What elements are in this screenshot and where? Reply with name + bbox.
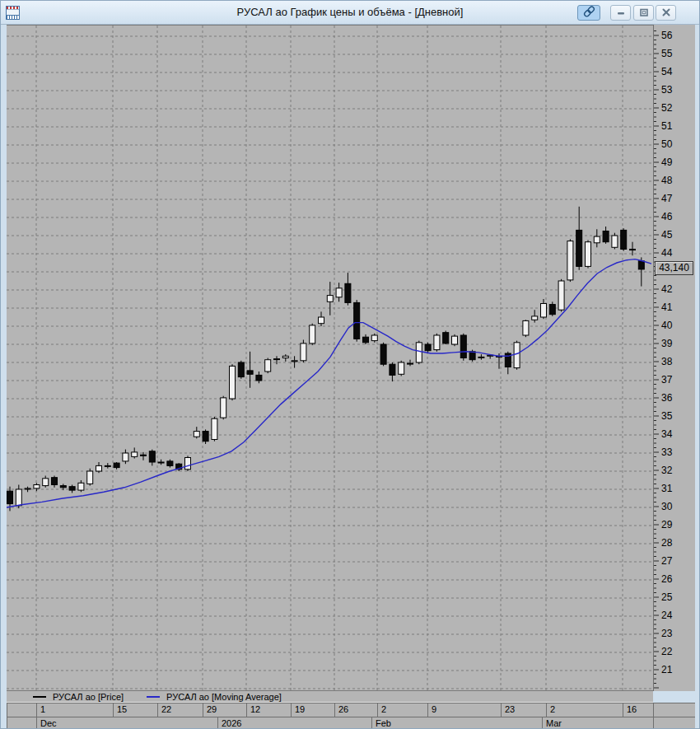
day-cell	[653, 703, 695, 717]
month-cell	[7, 717, 36, 729]
y-axis-label: 35	[661, 410, 673, 422]
candle	[167, 460, 173, 468]
y-axis-label: 23	[661, 628, 673, 639]
candle	[576, 207, 582, 270]
day-cell: 23	[501, 703, 546, 717]
y-axis-label: 24	[661, 610, 673, 621]
y-axis-label: 51	[661, 120, 673, 132]
window-left-edge	[1, 25, 7, 729]
price-series-label: РУСАЛ ао [Price]	[53, 692, 124, 702]
y-axis-label: 44	[661, 247, 673, 259]
candle	[425, 343, 431, 353]
y-axis-label: 36	[661, 392, 673, 404]
candle	[380, 343, 386, 367]
candle	[132, 447, 138, 458]
candle	[532, 310, 538, 322]
month-cell: Feb	[371, 717, 542, 729]
date-axis-months[interactable]: Dec2026FebMar	[7, 717, 695, 729]
candle	[523, 320, 529, 337]
link-button[interactable]	[577, 5, 600, 21]
title-bar[interactable]: РУСАЛ ао График цены и объёма - [Дневной…	[1, 1, 699, 25]
ma-series-swatch	[147, 696, 160, 698]
candle	[123, 450, 128, 465]
candle	[114, 462, 119, 470]
chart-legend: РУСАЛ ао [Price] РУСАЛ ао [Moving Averag…	[7, 691, 653, 703]
window-right-edge	[695, 25, 700, 729]
candle	[310, 324, 315, 345]
price-axis[interactable]: 2122232425262728293031323334353637383940…	[653, 25, 695, 691]
minimize-button[interactable]	[610, 5, 631, 21]
candle	[371, 334, 377, 343]
y-axis-label: 41	[661, 301, 673, 313]
price-chart-plot[interactable]	[7, 25, 653, 691]
y-axis-label: 34	[661, 428, 673, 440]
candle	[390, 362, 395, 381]
chain-icon	[583, 6, 595, 21]
y-axis-label: 46	[661, 211, 673, 222]
y-axis-label: 39	[661, 338, 673, 349]
candle	[408, 360, 413, 367]
y-axis-label: 28	[661, 537, 673, 549]
candle	[327, 282, 333, 315]
month-cell	[653, 717, 695, 729]
candle	[25, 487, 30, 493]
y-axis-label: 25	[661, 591, 673, 603]
y-axis-label: 30	[661, 501, 673, 512]
candle	[96, 462, 102, 473]
y-axis-label: 49	[661, 157, 673, 168]
y-axis-label: 48	[661, 175, 673, 186]
candle	[247, 352, 253, 388]
candle	[363, 334, 369, 344]
y-axis-label: 33	[661, 446, 673, 458]
date-axis-days[interactable]: 11522291219262923216	[7, 703, 695, 717]
y-axis-label: 56	[661, 30, 673, 41]
restore-icon	[638, 6, 650, 21]
candle	[621, 228, 627, 251]
y-axis-label: 52	[661, 102, 673, 114]
ma-series-label: РУСАЛ ао [Moving Average]	[166, 692, 282, 702]
candle	[586, 241, 591, 269]
candlestick-canvas	[7, 26, 653, 692]
candle	[452, 334, 458, 346]
candle	[274, 356, 280, 364]
candle	[603, 227, 609, 244]
y-axis-label: 42	[661, 283, 673, 295]
candle	[541, 299, 547, 319]
candle	[354, 300, 360, 342]
candle	[443, 331, 449, 345]
day-cell: 9	[427, 703, 501, 717]
candle	[158, 460, 164, 465]
last-price-tag: 43,140	[655, 261, 693, 275]
candle	[558, 279, 564, 312]
restore-button[interactable]	[633, 5, 654, 21]
candle	[505, 352, 511, 375]
candle	[460, 334, 466, 361]
candle	[87, 469, 93, 486]
candle	[52, 476, 58, 488]
candle	[105, 463, 110, 469]
close-button[interactable]	[656, 5, 676, 21]
candle	[203, 429, 208, 444]
day-cell	[7, 703, 36, 717]
candle	[256, 372, 262, 383]
candle	[238, 361, 244, 379]
day-cell: 26	[334, 703, 377, 717]
candle	[78, 480, 84, 492]
candle	[301, 340, 306, 363]
candle	[282, 354, 288, 362]
candle	[69, 485, 75, 493]
candle	[185, 456, 191, 471]
day-cell: 16	[623, 703, 653, 717]
candle	[478, 354, 484, 360]
candle	[345, 273, 351, 306]
candle	[612, 233, 618, 250]
y-axis-label: 22	[661, 646, 673, 657]
candle	[434, 334, 440, 352]
y-axis-label: 40	[661, 320, 673, 331]
candle	[416, 341, 422, 365]
candle	[230, 364, 236, 400]
y-axis-label: 21	[661, 664, 673, 675]
close-icon	[660, 6, 672, 21]
candle	[43, 476, 49, 488]
month-cell: Dec	[36, 717, 217, 729]
